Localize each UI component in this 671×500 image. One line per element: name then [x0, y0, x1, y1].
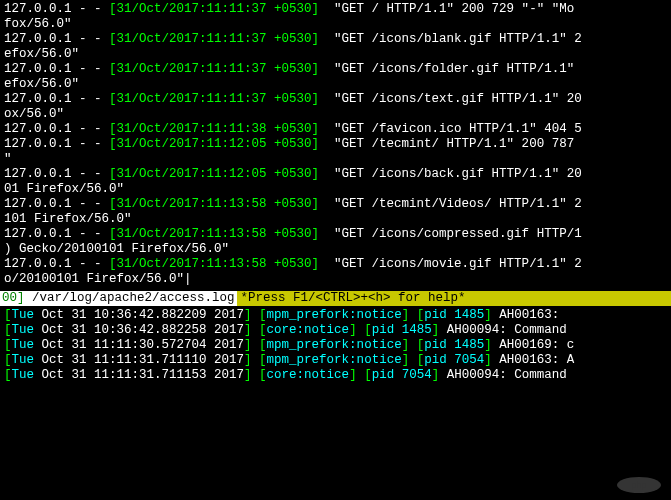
status-path: 00] /var/log/apache2/access.log: [0, 291, 237, 306]
log-line: 127.0.0.1 - - [31/Oct/2017:11:11:37 +053…: [4, 2, 667, 17]
access-log-pane: 127.0.0.1 - - [31/Oct/2017:11:11:37 +053…: [0, 0, 671, 289]
log-line: 127.0.0.1 - - [31/Oct/2017:11:13:58 +053…: [4, 227, 667, 242]
syslog-line: [Tue Oct 31 10:36:42.882258 2017] [core:…: [4, 323, 667, 338]
syslog-line: [Tue Oct 31 11:11:31.711153 2017] [core:…: [4, 368, 667, 383]
svg-text:php: php: [631, 480, 646, 490]
log-line-wrap: 01 Firefox/56.0": [4, 182, 667, 197]
log-line-wrap: o/20100101 Firefox/56.0"|: [4, 272, 667, 287]
log-line-wrap: ) Gecko/20100101 Firefox/56.0": [4, 242, 667, 257]
status-help: *Press F1/<CTRL>+<h> for help*: [237, 291, 671, 306]
syslog-line: [Tue Oct 31 10:36:42.882209 2017] [mpm_p…: [4, 308, 667, 323]
log-line: 127.0.0.1 - - [31/Oct/2017:11:12:05 +053…: [4, 137, 667, 152]
syslog-pane: [Tue Oct 31 10:36:42.882209 2017] [mpm_p…: [0, 306, 671, 385]
log-line: 127.0.0.1 - - [31/Oct/2017:11:11:37 +053…: [4, 92, 667, 107]
watermark-icon: php: [615, 476, 663, 494]
log-line: 127.0.0.1 - - [31/Oct/2017:11:11:37 +053…: [4, 32, 667, 47]
log-line: 127.0.0.1 - - [31/Oct/2017:11:11:37 +053…: [4, 62, 667, 77]
log-line-wrap: ": [4, 152, 667, 167]
log-line-wrap: efox/56.0": [4, 77, 667, 92]
log-line: 127.0.0.1 - - [31/Oct/2017:11:11:38 +053…: [4, 122, 667, 137]
syslog-line: [Tue Oct 31 11:11:31.711110 2017] [mpm_p…: [4, 353, 667, 368]
log-line: 127.0.0.1 - - [31/Oct/2017:11:13:58 +053…: [4, 197, 667, 212]
log-line: 127.0.0.1 - - [31/Oct/2017:11:12:05 +053…: [4, 167, 667, 182]
log-line: 127.0.0.1 - - [31/Oct/2017:11:13:58 +053…: [4, 257, 667, 272]
syslog-line: [Tue Oct 31 11:11:30.572704 2017] [mpm_p…: [4, 338, 667, 353]
status-bar: 00] /var/log/apache2/access.log *Press F…: [0, 291, 671, 306]
log-line-wrap: efox/56.0": [4, 47, 667, 62]
log-line-wrap: fox/56.0": [4, 17, 667, 32]
log-line-wrap: ox/56.0": [4, 107, 667, 122]
log-line-wrap: 101 Firefox/56.0": [4, 212, 667, 227]
